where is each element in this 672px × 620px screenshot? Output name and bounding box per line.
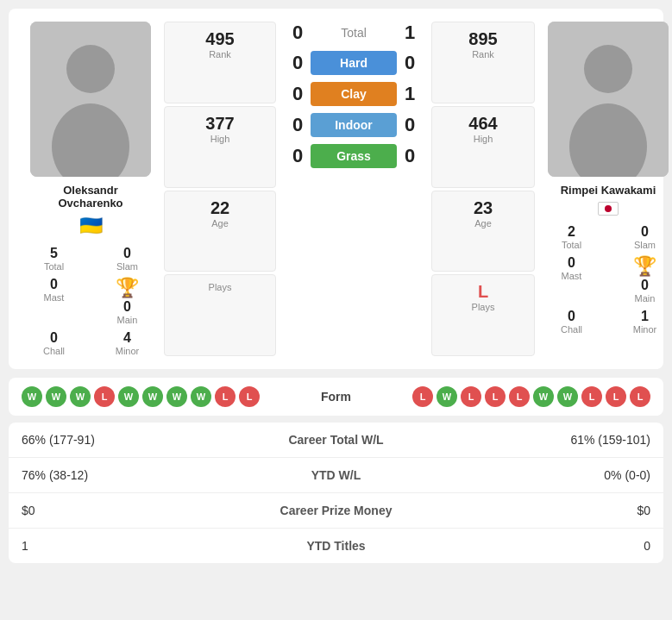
stats-right-value: 0% (0-0) — [405, 468, 651, 482]
battle-grass-right: 0 — [397, 145, 423, 167]
rank-label: Rank — [169, 49, 271, 59]
left-plays-box: Plays — [164, 274, 276, 356]
left-age-value: 22 — [169, 198, 271, 218]
plays-label: Plays — [169, 282, 271, 292]
comparison-section: Oleksandr Ovcharenko 🇺🇦 5 Total 0 Slam 0… — [9, 9, 663, 369]
battle-indoor-row: 0 Indoor 0 — [285, 113, 423, 137]
battle-indoor-left: 0 — [285, 114, 311, 136]
stats-center-label: Career Prize Money — [267, 504, 405, 517]
stats-left-value: $0 — [22, 504, 267, 517]
form-badge: L — [239, 386, 260, 407]
right-high-value: 464 — [436, 114, 530, 134]
stats-table-row: $0 Career Prize Money $0 — [9, 493, 663, 529]
svg-point-4 — [584, 45, 632, 93]
right-high-label: High — [436, 134, 530, 144]
right-rank-value: 895 — [436, 29, 530, 49]
left-stat-total: 5 Total — [24, 246, 84, 272]
trophy-icon-left: 🏆 — [116, 277, 139, 299]
right-stat-main: 0 Main — [624, 278, 667, 304]
form-badge: L — [412, 386, 433, 407]
stats-right-value: $0 — [405, 504, 651, 517]
trophy-icon-right: 🏆 — [633, 255, 656, 278]
stats-right-value: 61% (159-101) — [405, 433, 651, 447]
right-plays-label: Plays — [436, 302, 530, 312]
battle-grass-left: 0 — [285, 145, 311, 167]
stats-center-label: YTD W/L — [267, 468, 405, 482]
stats-table-row: 66% (177-91) Career Total W/L 61% (159-1… — [9, 423, 663, 458]
right-player-card: Rimpei Kawakami 2 Total 0 Slam 0 Mast — [535, 22, 672, 356]
left-player-flag: 🇺🇦 — [79, 215, 103, 237]
form-badge: L — [509, 386, 530, 407]
stats-center-label: YTD Titles — [267, 539, 405, 553]
stats-table: 66% (177-91) Career Total W/L 61% (159-1… — [9, 423, 663, 563]
battle-total-left: 0 — [285, 22, 311, 44]
stats-center-label: Career Total W/L — [267, 433, 405, 447]
left-form-badges: WWWLWWWWLL — [22, 386, 260, 407]
high-label: High — [169, 134, 271, 144]
right-player-flag — [598, 202, 619, 216]
right-stats: 895 Rank 464 High 23 Age L Plays — [431, 22, 535, 356]
right-rank-box: 895 Rank — [431, 22, 535, 103]
indoor-surface-btn[interactable]: Indoor — [311, 113, 397, 137]
stats-table-row: 76% (38-12) YTD W/L 0% (0-0) — [9, 458, 663, 493]
battle-section: 0 Total 1 0 Hard 0 0 Clay 1 0 Indoor 0 — [276, 22, 431, 356]
form-badge: W — [191, 386, 211, 407]
stats-left-value: 66% (177-91) — [22, 433, 267, 447]
right-age-value: 23 — [436, 198, 530, 218]
battle-clay-right: 1 — [397, 83, 423, 105]
battle-indoor-right: 0 — [397, 114, 423, 136]
form-badge: W — [46, 386, 66, 407]
right-age-box: 23 Age — [431, 191, 535, 272]
left-player-name: Oleksandr Ovcharenko — [58, 184, 122, 210]
form-label: Form — [321, 390, 351, 404]
battle-hard-left: 0 — [285, 52, 311, 74]
form-badge: W — [118, 386, 139, 407]
right-stat-minor: 1 Minor — [615, 309, 672, 335]
stats-left-value: 76% (38-12) — [22, 468, 267, 482]
right-plays-box: L Plays — [431, 274, 535, 356]
left-rank-value: 495 — [169, 29, 271, 49]
right-plays-value: L — [436, 282, 530, 302]
left-stat-mast: 0 Mast — [24, 277, 84, 325]
right-form-badges: LWLLLWWLLL — [412, 386, 650, 407]
form-badge: L — [630, 386, 650, 407]
form-badge: W — [533, 386, 554, 407]
left-stat-minor: 4 Minor — [97, 330, 157, 356]
left-stat-slam: 0 Slam — [97, 246, 157, 272]
form-badge: L — [485, 386, 506, 407]
battle-hard-row: 0 Hard 0 — [285, 51, 423, 75]
battle-total-row: 0 Total 1 — [285, 22, 423, 44]
hard-surface-btn[interactable]: Hard — [311, 51, 397, 75]
right-player-name: Rimpei Kawakami — [561, 184, 656, 197]
battle-grass-row: 0 Grass 0 — [285, 144, 423, 168]
form-badge: L — [461, 386, 481, 407]
clay-surface-btn[interactable]: Clay — [311, 82, 397, 106]
form-badge: L — [94, 386, 115, 407]
form-badge: W — [557, 386, 578, 407]
right-player-avatar — [548, 22, 669, 177]
stats-left-value: 1 — [22, 539, 267, 553]
left-age-box: 22 Age — [164, 191, 276, 272]
right-stat-mast: 0 Mast — [542, 255, 601, 304]
right-high-box: 464 High — [431, 106, 535, 188]
battle-clay-row: 0 Clay 1 — [285, 82, 423, 106]
right-stat-total: 2 Total — [542, 224, 601, 250]
grass-surface-btn[interactable]: Grass — [311, 144, 397, 168]
age-label: Age — [169, 218, 271, 229]
svg-point-1 — [66, 45, 115, 93]
main-container: Oleksandr Ovcharenko 🇺🇦 5 Total 0 Slam 0… — [0, 0, 672, 572]
left-rank-box: 495 Rank — [164, 22, 276, 103]
stats-right-value: 0 — [405, 539, 651, 553]
form-badge: W — [436, 386, 457, 407]
left-high-box: 377 High — [164, 106, 276, 188]
form-badge: L — [606, 386, 626, 407]
form-badge: W — [166, 386, 187, 407]
battle-total-label: Total — [311, 26, 397, 40]
left-player-card: Oleksandr Ovcharenko 🇺🇦 5 Total 0 Slam 0… — [17, 22, 164, 356]
form-badge: W — [22, 386, 42, 407]
left-stat-main: 0 Main — [106, 299, 149, 325]
stats-table-row: 1 YTD Titles 0 — [9, 529, 663, 563]
form-badge: L — [581, 386, 602, 407]
battle-total-right: 1 — [397, 22, 423, 44]
left-player-avatar — [30, 22, 151, 177]
